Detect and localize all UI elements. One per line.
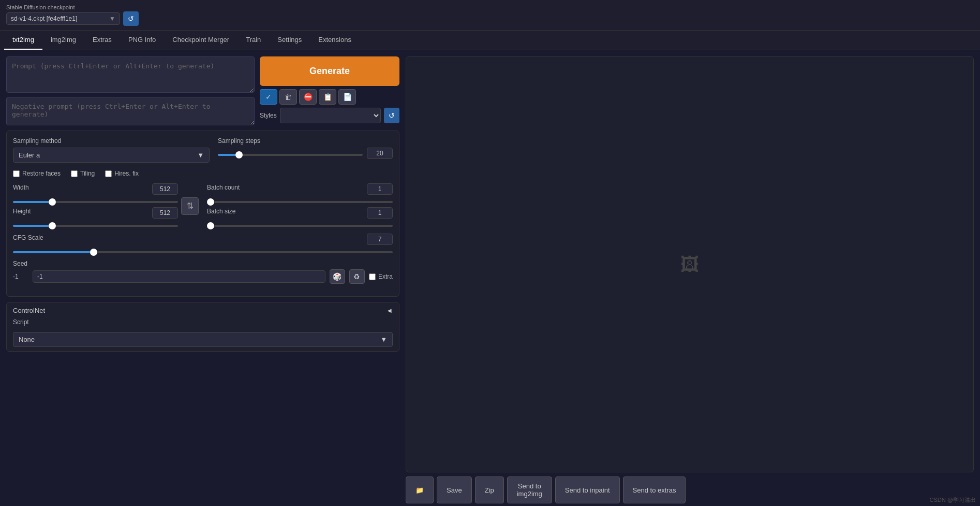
swap-button-container: ⇅: [181, 183, 199, 228]
tiling-input[interactable]: [71, 170, 78, 177]
checkpoint-value: sd-v1-4.ckpt [fe4efff1e1]: [11, 15, 77, 22]
script-dropdown[interactable]: None ▼: [13, 332, 393, 347]
controls-panel: Sampling method Euler a ▼ Sampling steps…: [6, 131, 399, 297]
seed-value-display: -1: [13, 273, 28, 280]
sampling-method-label: Sampling method: [13, 137, 210, 144]
nav-tabs: txt2img img2img Extras PNG Info Checkpoi…: [0, 31, 980, 50]
width-value: 512: [152, 183, 178, 195]
hires-fix-checkbox[interactable]: Hires. fix: [105, 170, 139, 177]
sampling-steps-slider[interactable]: [218, 154, 363, 156]
batch-size-value: 1: [367, 207, 393, 219]
width-slider[interactable]: [13, 201, 178, 203]
controlnet-collapse-icon[interactable]: ◄: [386, 307, 393, 314]
negative-prompt-input[interactable]: [6, 97, 255, 125]
height-slider[interactable]: [13, 225, 178, 227]
styles-refresh-button[interactable]: ↺: [384, 108, 399, 123]
sampling-steps-value: 20: [367, 148, 393, 159]
save-button[interactable]: Save: [437, 476, 472, 503]
watermark: CSDN @学习溢出: [930, 496, 976, 504]
tab-txt2img[interactable]: txt2img: [4, 31, 42, 50]
height-label: Height: [13, 208, 31, 215]
batch-size-label-row: Batch size 1: [207, 207, 393, 219]
generate-section: Generate ✓ 🗑 ⛔ 📋 📄 Styles ↺: [260, 56, 399, 123]
seed-dice-button[interactable]: 🎲: [330, 269, 345, 284]
batch-count-value: 1: [367, 183, 393, 195]
seed-label: Seed: [13, 260, 393, 267]
batch-count-slider[interactable]: [207, 201, 393, 203]
tab-checkpoint-merger[interactable]: Checkpoint Merger: [164, 31, 237, 50]
image-placeholder-icon: 🖼: [680, 254, 699, 276]
left-panel: Generate ✓ 🗑 ⛔ 📋 📄 Styles ↺: [6, 56, 399, 503]
send-to-inpaint-button[interactable]: Send to inpaint: [555, 476, 620, 503]
seed-recycle-button[interactable]: ♻: [349, 269, 365, 284]
cfg-scale-value: 7: [367, 234, 393, 245]
cfg-scale-slider[interactable]: [13, 251, 393, 253]
controlnet-label: ControlNet: [13, 307, 45, 314]
action-buttons: ✓ 🗑 ⛔ 📋 📄: [260, 89, 399, 105]
styles-row: Styles ↺: [260, 108, 399, 123]
cfg-scale-label: CFG Scale: [13, 234, 43, 241]
sampling-steps-slider-row: 20: [218, 148, 393, 159]
width-height-section: Width 512 Height 512: [13, 183, 178, 228]
send-to-img2img-button[interactable]: Send toimg2img: [507, 476, 552, 503]
seed-row: -1 🎲 ♻ Extra: [13, 269, 393, 284]
sampling-steps-section: Sampling steps 20: [218, 137, 393, 159]
right-panel: 🖼 📁 Save Zip Send toimg2img Send to inpa…: [399, 56, 974, 503]
tab-train[interactable]: Train: [237, 31, 269, 50]
clipboard-button[interactable]: 📋: [319, 89, 336, 105]
sampling-steps-slider-container: [218, 150, 363, 157]
restore-faces-checkbox[interactable]: Restore faces: [13, 170, 61, 177]
sampling-method-section: Sampling method Euler a ▼: [13, 137, 210, 163]
seed-extra-input[interactable]: [369, 273, 376, 280]
sampling-method-dropdown[interactable]: Euler a ▼: [13, 148, 210, 163]
controlnet-header: ControlNet ◄: [13, 307, 393, 314]
batch-count-label-row: Batch count 1: [207, 183, 393, 195]
batch-count-label: Batch count: [207, 184, 240, 191]
open-folder-button[interactable]: 📁: [406, 476, 434, 503]
cfg-scale-label-row: CFG Scale 7: [13, 234, 393, 245]
prompt-section: Generate ✓ 🗑 ⛔ 📋 📄 Styles ↺: [6, 56, 399, 125]
seed-extra-checkbox[interactable]: Extra: [369, 273, 393, 280]
batch-size-label: Batch size: [207, 208, 235, 215]
tab-extensions[interactable]: Extensions: [310, 31, 360, 50]
positive-prompt-input[interactable]: [6, 56, 255, 93]
checkpoint-refresh-button[interactable]: ↺: [123, 11, 139, 26]
prompts-area: [6, 56, 255, 125]
hires-fix-input[interactable]: [105, 170, 112, 177]
hires-fix-label: Hires. fix: [114, 170, 139, 177]
send-to-extras-button[interactable]: Send to extras: [623, 476, 686, 503]
checkpoint-dropdown[interactable]: sd-v1-4.ckpt [fe4efff1e1] ▼: [6, 12, 120, 25]
styles-select[interactable]: [280, 108, 381, 123]
checkpoint-label: Stable Diffusion checkpoint: [6, 4, 974, 10]
zip-button[interactable]: Zip: [475, 476, 504, 503]
width-label: Width: [13, 184, 29, 191]
batch-size-slider[interactable]: [207, 225, 393, 227]
tab-img2img[interactable]: img2img: [42, 31, 84, 50]
dims-section: Width 512 Height 512 ⇅: [13, 183, 199, 228]
restore-faces-input[interactable]: [13, 170, 20, 177]
checkmark-button[interactable]: ✓: [260, 89, 277, 105]
tab-settings[interactable]: Settings: [269, 31, 310, 50]
checkbox-row: Restore faces Tiling Hires. fix: [13, 170, 393, 177]
stop-button[interactable]: ⛔: [299, 89, 317, 105]
swap-dimensions-button[interactable]: ⇅: [181, 197, 199, 215]
sampling-steps-label: Sampling steps: [218, 137, 393, 144]
checkpoint-select-row: sd-v1-4.ckpt [fe4efff1e1] ▼ ↺: [6, 11, 974, 26]
generate-button[interactable]: Generate: [260, 56, 399, 86]
sampling-row: Sampling method Euler a ▼ Sampling steps…: [13, 137, 393, 163]
height-label-row: Height 512: [13, 207, 178, 219]
seed-section: Seed -1 🎲 ♻ Extra: [13, 260, 393, 284]
tiling-checkbox[interactable]: Tiling: [71, 170, 95, 177]
tab-extras[interactable]: Extras: [84, 31, 120, 50]
image-action-buttons: 📁 Save Zip Send toimg2img Send to inpain…: [406, 476, 974, 503]
script-label: Script: [13, 319, 393, 326]
sampling-method-value: Euler a: [19, 151, 40, 159]
main-content: Generate ✓ 🗑 ⛔ 📋 📄 Styles ↺: [0, 50, 980, 506]
trash-button[interactable]: 🗑: [279, 89, 297, 105]
dims-batch-row: Width 512 Height 512 ⇅: [13, 183, 393, 228]
controlnet-section: ControlNet ◄ Script None ▼: [6, 302, 399, 352]
seed-input[interactable]: [33, 270, 325, 283]
tab-png-info[interactable]: PNG Info: [120, 31, 164, 50]
chevron-down-icon: ▼: [109, 15, 115, 22]
paste-button[interactable]: 📄: [338, 89, 356, 105]
